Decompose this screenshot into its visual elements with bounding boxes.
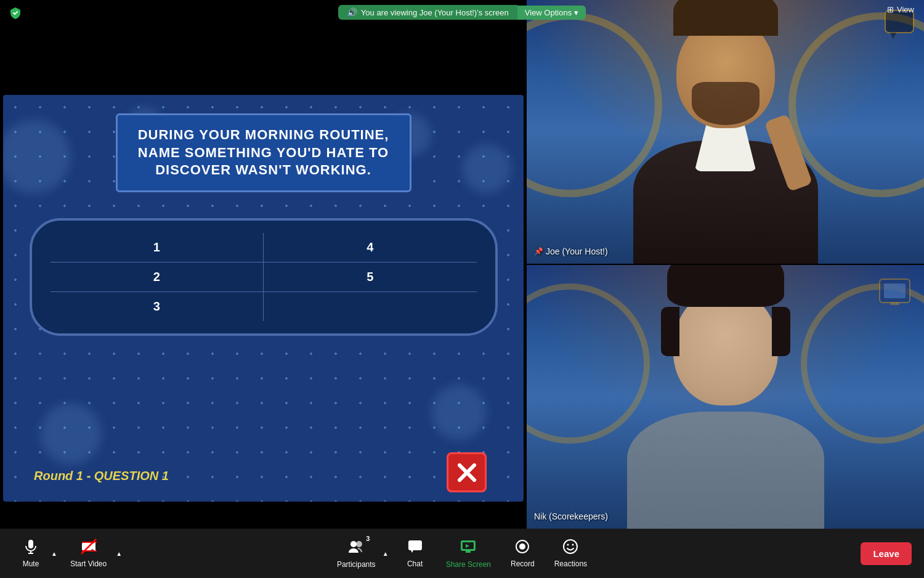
- share-screen-icon: [460, 538, 477, 558]
- share-screen-button[interactable]: Share Screen: [439, 533, 498, 574]
- answer-row-2: 2 5: [51, 263, 477, 292]
- answer-1-right: 4: [264, 233, 477, 262]
- svg-point-25: [564, 540, 577, 553]
- view-options-label: View Options: [525, 8, 572, 17]
- toolbar-center: 3 Participants ▲ Chat: [330, 533, 594, 574]
- video-bg-joe: [527, 0, 924, 264]
- participants-count: 3: [366, 535, 370, 542]
- screen-icon: [878, 277, 912, 311]
- participants-wrapper: 3 Participants ▲: [330, 533, 392, 574]
- game-screen: DURING YOUR MORNING ROUTINE, NAME SOMETH…: [3, 95, 524, 502]
- svg-rect-5: [28, 540, 33, 548]
- share-screen-label: Share Screen: [446, 560, 491, 569]
- reactions-icon: [562, 539, 578, 557]
- x-mark-icon: [447, 452, 487, 492]
- pin-icon: 📌: [534, 247, 543, 256]
- answer-row-3: 3: [51, 292, 477, 321]
- svg-rect-20: [466, 551, 471, 553]
- toolbar: Mute ▲ Start Video ▲: [0, 529, 924, 578]
- security-shield-icon: [9, 6, 22, 20]
- video-panels: 📌 Joe (Your Host!): [527, 0, 924, 529]
- video-panel-nik: Nik (Scorekeepers): [527, 265, 924, 529]
- svg-marker-17: [411, 550, 413, 553]
- svg-rect-4: [890, 303, 899, 305]
- svg-rect-16: [408, 540, 422, 550]
- svg-rect-3: [884, 283, 906, 298]
- top-bar: 🔊 You are viewing Joe (Your Host!)'s scr…: [0, 0, 924, 25]
- record-label: Record: [511, 560, 535, 568]
- participants-button[interactable]: 3 Participants: [330, 533, 383, 574]
- chat-icon: [407, 539, 423, 557]
- video-chevron[interactable]: ▲: [113, 541, 125, 566]
- start-video-label: Start Video: [70, 560, 107, 568]
- view-options-button[interactable]: View Options ▾: [517, 6, 586, 20]
- mute-button[interactable]: Mute: [12, 534, 49, 573]
- answer-2-right: 5: [264, 263, 477, 291]
- main-content: DURING YOUR MORNING ROUTINE, NAME SOMETH…: [0, 0, 527, 529]
- microphone-icon: [23, 539, 39, 557]
- participants-icon: 3: [347, 538, 365, 558]
- record-button[interactable]: Record: [503, 534, 542, 573]
- reactions-button[interactable]: Reactions: [547, 534, 594, 573]
- mute-label: Mute: [23, 560, 39, 568]
- audio-icon: 🔊: [347, 7, 357, 17]
- answer-2-left: 2: [51, 263, 264, 291]
- svg-point-15: [356, 541, 362, 547]
- toolbar-right: Leave: [861, 542, 912, 565]
- answer-1-left: 1: [51, 233, 264, 262]
- video-icon: [81, 539, 97, 557]
- view-button[interactable]: ⊞ View: [887, 5, 914, 14]
- answer-row-1: 1 4: [51, 233, 477, 263]
- video-bg-nik: [527, 265, 924, 529]
- answer-3-left: 3: [51, 292, 264, 321]
- participants-chevron[interactable]: ▲: [379, 541, 392, 566]
- answers-container: 1 4 2 5 3: [51, 233, 477, 321]
- start-video-button[interactable]: Start Video: [63, 534, 114, 573]
- round-label: Round 1 - QUESTION 1: [34, 469, 169, 483]
- screen-share-banner: 🔊 You are viewing Joe (Your Host!)'s scr…: [338, 5, 517, 20]
- chevron-down-icon: ▾: [574, 8, 578, 17]
- question-box: DURING YOUR MORNING ROUTINE, NAME SOMETH…: [116, 113, 411, 192]
- svg-point-26: [567, 544, 569, 546]
- nik-name-tag: Nik (Scorekeepers): [534, 511, 608, 521]
- mute-chevron[interactable]: ▲: [48, 541, 60, 566]
- svg-marker-1: [890, 33, 896, 39]
- toolbar-left: Mute ▲ Start Video ▲: [12, 534, 125, 573]
- view-label: View: [897, 5, 914, 14]
- reactions-label: Reactions: [554, 560, 587, 568]
- nik-name: Nik (Scorekeepers): [534, 511, 608, 521]
- participants-label: Participants: [337, 560, 376, 569]
- answer-3-right: [264, 292, 477, 321]
- chat-label: Chat: [407, 560, 423, 568]
- question-text: DURING YOUR MORNING ROUTINE, NAME SOMETH…: [132, 126, 395, 179]
- answers-board: 1 4 2 5 3: [30, 218, 498, 336]
- leave-button[interactable]: Leave: [861, 542, 912, 565]
- chat-button[interactable]: Chat: [397, 534, 434, 573]
- joe-name: Joe (Your Host!): [546, 246, 608, 256]
- svg-point-27: [572, 544, 574, 546]
- svg-point-24: [519, 543, 525, 550]
- grid-icon: ⊞: [887, 5, 894, 14]
- video-panel-joe: 📌 Joe (Your Host!): [527, 0, 924, 265]
- joe-name-tag: 📌 Joe (Your Host!): [534, 246, 608, 256]
- record-icon: [514, 539, 530, 557]
- banner-text: You are viewing Joe (Your Host!)'s scree…: [361, 8, 509, 17]
- svg-point-14: [351, 541, 357, 547]
